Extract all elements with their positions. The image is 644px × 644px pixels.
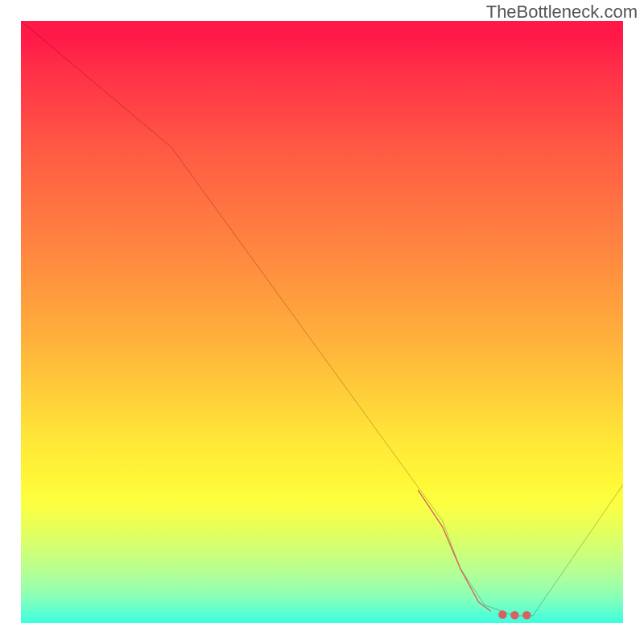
optimal-range-dot — [510, 611, 518, 619]
bottleneck-curve-line — [21, 21, 623, 616]
chart-svg — [21, 21, 623, 623]
plot-area — [21, 21, 623, 623]
optimal-range-dot — [498, 610, 506, 618]
watermark-text: TheBottleneck.com — [486, 2, 638, 23]
optimal-range-solid — [419, 490, 491, 611]
optimal-range-dots — [498, 610, 530, 619]
chart-container: TheBottleneck.com — [0, 0, 644, 644]
optimal-range-dot — [522, 611, 530, 619]
